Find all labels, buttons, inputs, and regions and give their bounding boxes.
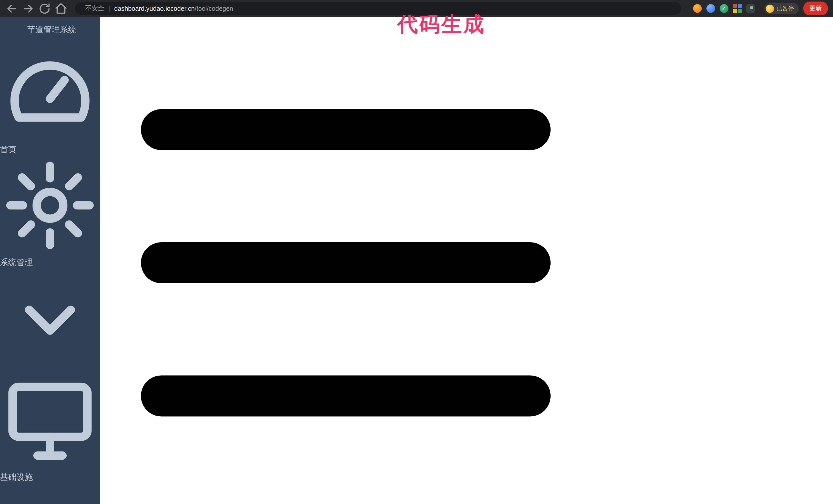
chevron-down-icon bbox=[0, 361, 100, 370]
app-logo[interactable]: 芋道管理系统 bbox=[0, 17, 100, 43]
back-icon[interactable] bbox=[5, 2, 19, 15]
browser-actions: 已暂停 更新 bbox=[688, 2, 828, 16]
sidebar-item-home[interactable]: 首页 bbox=[0, 43, 100, 155]
reload-icon[interactable] bbox=[38, 2, 51, 15]
screen: 不安全 | dashboard.yudao.iocoder.cn/tool/co… bbox=[0, 0, 833, 504]
sidebar-item-infrastructure[interactable]: 基础设施 bbox=[0, 370, 100, 504]
url-path: /tool/codegen bbox=[195, 5, 233, 12]
infrastructure-icon bbox=[0, 463, 100, 472]
app-header: 首页/研发工具/代码生成 tT bbox=[100, 17, 592, 504]
forward-icon[interactable] bbox=[22, 2, 35, 15]
sidebar-item-label: 基础设施 bbox=[0, 473, 33, 481]
dashboard-icon bbox=[0, 135, 100, 144]
profile-avatar-icon bbox=[766, 4, 774, 13]
logo-image bbox=[7, 22, 23, 38]
app: 芋道管理系统 首页系统管理基础设施研发工具代码生成代码生成示例表单构建系统接口数… bbox=[0, 17, 833, 504]
sidebar: 芋道管理系统 首页系统管理基础设施研发工具代码生成代码生成示例表单构建系统接口数… bbox=[0, 17, 100, 504]
security-label[interactable]: 不安全 bbox=[85, 4, 104, 13]
sidebar-item-label: 首页 bbox=[0, 145, 17, 154]
extension-icon-grid[interactable] bbox=[733, 4, 741, 13]
browser-update-button[interactable]: 更新 bbox=[803, 2, 828, 16]
page-url: dashboard.yudao.iocoder.cn/tool/codegen bbox=[114, 5, 233, 12]
sidebar-nav: 首页系统管理基础设施研发工具代码生成代码生成示例表单构建系统接口数据库文档 bbox=[0, 43, 100, 504]
gear-icon bbox=[0, 248, 100, 257]
extension-icon-blue[interactable] bbox=[706, 4, 715, 13]
address-divider: | bbox=[109, 5, 110, 12]
address-bar[interactable]: 不安全 | dashboard.yudao.iocoder.cn/tool/co… bbox=[75, 2, 681, 15]
hamburger-icon[interactable] bbox=[100, 501, 592, 504]
home-icon[interactable] bbox=[54, 2, 68, 15]
extension-icon-orange[interactable] bbox=[693, 4, 701, 13]
browser-profile-badge[interactable]: 已暂停 bbox=[764, 3, 799, 14]
sidebar-item-system-management[interactable]: 系统管理 bbox=[0, 155, 100, 370]
profile-paused-label: 已暂停 bbox=[776, 5, 794, 12]
app-title: 芋道管理系统 bbox=[27, 24, 76, 35]
annotation-codegen: 代码生成 bbox=[398, 10, 486, 39]
url-domain: dashboard.yudao.iocoder.cn bbox=[114, 5, 195, 12]
sidebar-item-label: 系统管理 bbox=[0, 258, 33, 267]
extension-icon-green[interactable] bbox=[719, 4, 728, 13]
extension-icon-dark[interactable] bbox=[746, 4, 755, 13]
main-panel: 首页/研发工具/代码生成 tT 首页链路追踪×表单构建×代码生成示例×代码生成×… bbox=[100, 17, 592, 504]
